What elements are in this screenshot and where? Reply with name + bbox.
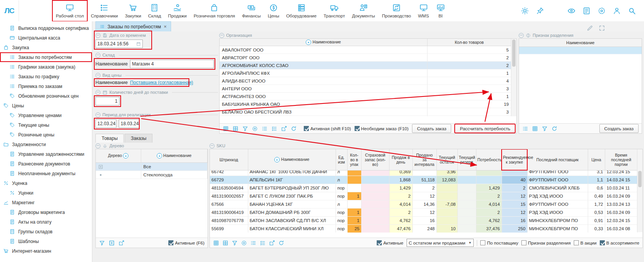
collapse-icon[interactable] xyxy=(95,73,100,78)
filter-icon[interactable] xyxy=(232,240,238,246)
ribbon-sales[interactable]: Продажи xyxy=(164,0,190,21)
checkbox-active-tree[interactable]: Активные (F6) xyxy=(168,240,204,245)
sidebar-item-current-prices[interactable]: Текущие цены xyxy=(0,120,92,130)
export-icon[interactable] xyxy=(118,240,125,246)
sku-column-header[interactable]: Текущий резерв xyxy=(457,149,476,170)
checkbox-by-supplier[interactable]: По поставщику xyxy=(480,240,518,245)
period-to-input[interactable]: 18.03.24 xyxy=(119,119,140,128)
grid-view-icon[interactable] xyxy=(532,126,538,132)
refresh-icon[interactable] xyxy=(291,126,297,132)
sidebar-section-purchase[interactable]: Закупка xyxy=(0,43,92,52)
sidebar-section-prices[interactable]: Цены xyxy=(0,101,92,110)
org-row[interactable]: АГРОКОМБИНАТ КОЛОС СЗАО 2 xyxy=(220,62,511,69)
collapse-icon[interactable] xyxy=(95,33,100,38)
grid-view-icon[interactable] xyxy=(213,240,219,246)
sidebar-item-retail-price-update[interactable]: Обновление розничных цен xyxy=(0,91,92,101)
ribbon-wms[interactable]: WMS xyxy=(414,0,432,21)
ribbon-prices[interactable]: Цены xyxy=(264,0,283,21)
sidebar-item-order-acceptance[interactable]: Приемка по заказам xyxy=(0,81,92,91)
sidebar-item-markdowns[interactable]: Уценки xyxy=(0,188,92,198)
stock-filter-dropdown[interactable]: С остатком или продажами xyxy=(407,239,474,247)
sku-row[interactable]: 4810987076778 БАТОН ЗАСЛАВСКИЙ СД.ПП В/С… xyxy=(210,216,637,224)
ribbon-transport[interactable]: Транспорт xyxy=(320,0,348,21)
checkbox-need-order[interactable]: Необходим заказ (F10) xyxy=(355,126,409,131)
sku-row[interactable]: 55699 БАТОН КЛАССИЧЕСКИЙ МИНИ ХЛ пор 25 … xyxy=(210,224,637,233)
division-col-header[interactable]: Наименование xyxy=(519,39,642,47)
filter-icon[interactable] xyxy=(542,126,548,132)
export-icon[interactable] xyxy=(269,240,275,246)
column-view-icon[interactable] xyxy=(222,240,229,246)
column-view-icon[interactable] xyxy=(232,126,239,132)
search-icon[interactable] xyxy=(628,7,636,15)
profile-icon[interactable] xyxy=(613,7,621,15)
sidebar-section-online-store[interactable]: Интернет-магазин xyxy=(0,246,92,256)
sidebar-item-retail-prices[interactable]: Розничные цены xyxy=(0,130,92,140)
pin-icon[interactable] xyxy=(536,7,544,15)
sidebar-section-debts[interactable]: Задолженности xyxy=(0,140,92,149)
sidebar-item-payment-acts[interactable]: Акты на оплату xyxy=(0,217,92,227)
division-selected-row[interactable] xyxy=(519,47,642,54)
sku-column-header[interactable]: Потребность xyxy=(476,149,502,170)
org-row[interactable]: АВРАСТОРГ ООО 2 xyxy=(220,54,511,62)
sidebar-item-templates[interactable]: Шаблоны xyxy=(0,236,92,246)
org-row[interactable]: БАБУШКИНА КРЫНКА ОАО 19 xyxy=(220,100,511,108)
sku-row[interactable]: 4813190006419 БАТОН ДОМАШНИЙ РБ 300Г пор… xyxy=(210,208,637,216)
filter-icon[interactable] xyxy=(242,126,248,132)
org-col-name[interactable]: Наименование xyxy=(220,39,427,46)
tasks-icon[interactable] xyxy=(260,240,266,246)
org-vertical-scrollbar[interactable] xyxy=(511,39,516,116)
collapse-icon[interactable] xyxy=(95,143,100,148)
sidebar-item-price-management[interactable]: Управление ценами xyxy=(0,110,92,120)
sku-column-header[interactable]: Время последней партии xyxy=(605,149,637,170)
tree-col-tree[interactable]: Дерево ▲ xyxy=(96,149,141,163)
settings-icon[interactable] xyxy=(597,7,606,15)
list-icon[interactable] xyxy=(250,240,256,246)
sku-column-header[interactable]: Наименование xyxy=(248,149,336,170)
ribbon-purchases[interactable]: Закупки xyxy=(121,0,145,21)
collapse-icon[interactable] xyxy=(95,90,100,95)
period-from-input[interactable]: 12.03.24 xyxy=(95,119,116,128)
sidebar-item-central-cash[interactable]: Центральная касса xyxy=(0,33,92,43)
sidebar-item-debt-management[interactable]: Управление задолженностями xyxy=(0,149,92,159)
table-settings-icon[interactable] xyxy=(241,240,247,246)
view-icon[interactable] xyxy=(567,7,576,15)
sidebar-item-warehouse-groups[interactable]: Группы складов xyxy=(0,227,92,236)
sidebar-section-marketing[interactable]: Маркетинг xyxy=(0,198,92,207)
sku-row[interactable]: 66742 АНАНАС 1КГ 1000 СОВЕТОВ ДАЧНИ л 0,… xyxy=(210,171,637,176)
tree-col-name[interactable]: ▲ Наименование xyxy=(141,149,208,163)
sku-column-header[interactable]: Продано за интервала xyxy=(412,149,436,170)
checkbox-in-assortment[interactable]: В ассортименте xyxy=(600,240,639,245)
sku-vertical-scrollbar[interactable] xyxy=(637,149,642,232)
checkbox-in-promo[interactable]: В акции xyxy=(574,240,597,245)
org-row[interactable]: АЛИДИ-ВЕСТ ИООО 4 xyxy=(220,77,511,85)
grid-view-icon[interactable] xyxy=(223,126,229,132)
sidebar-item-orders-by-needs[interactable]: Заказы по потребностям xyxy=(0,52,92,62)
tab-orders[interactable]: Заказы xyxy=(125,134,152,143)
collapse-icon[interactable] xyxy=(95,53,100,58)
sku-column-header[interactable]: Продаж в день xyxy=(389,149,412,170)
sku-column-header[interactable]: Страховой запас (кол-во) xyxy=(361,149,389,170)
add-node-icon[interactable] xyxy=(109,240,115,246)
sku-column-header[interactable]: Рекомендуемое к закупке xyxy=(502,149,527,170)
theme-icon[interactable] xyxy=(521,7,529,15)
org-row[interactable]: АСТРАСИНТЕЗ ООО 1 xyxy=(220,93,511,100)
tree-row[interactable]: Все xyxy=(96,163,208,171)
collapse-icon[interactable] xyxy=(209,143,215,148)
ribbon-retail[interactable]: Розничная торговля xyxy=(190,0,239,21)
sku-row[interactable]: 4813190002657 БАГЕТ С ЛУКОМ 230Г ПАК.РБ … xyxy=(210,192,637,200)
sku-column-header[interactable]: Кол-во в упак xyxy=(347,149,361,170)
sku-row[interactable]: 67566 БАНАН УЦЕНКА 1КГ л 4,014 14,36 -7,… xyxy=(210,200,637,208)
filter-icon[interactable] xyxy=(99,240,105,246)
checkbox-division-sign[interactable]: Признак разделения xyxy=(521,240,571,245)
sidebar-item-document-allocation[interactable]: Разнесение документов xyxy=(0,159,92,169)
sku-row[interactable]: 66729 АПЕЛЬСИН 1КГ л 1,868 51,118 12,083 xyxy=(210,176,637,184)
sidebar-item-gift-certificates[interactable]: Выписка подарочных сертификато xyxy=(0,23,92,33)
ribbon-bi[interactable]: BI xyxy=(433,0,449,21)
sidebar-item-order-schedules[interactable]: Графики заказов (закупка) xyxy=(0,62,92,72)
tree-node-icon[interactable] xyxy=(98,164,103,169)
ribbon-desktop[interactable]: Рабочий стол xyxy=(52,0,87,21)
ribbon-production[interactable]: Производство xyxy=(378,0,414,21)
ribbon-documents[interactable]: Документы xyxy=(348,0,378,21)
create-order-button[interactable]: Создать заказ xyxy=(412,124,451,133)
org-row[interactable]: АГРОЛАЙНПЛЮС КФХ 1 xyxy=(220,69,511,77)
